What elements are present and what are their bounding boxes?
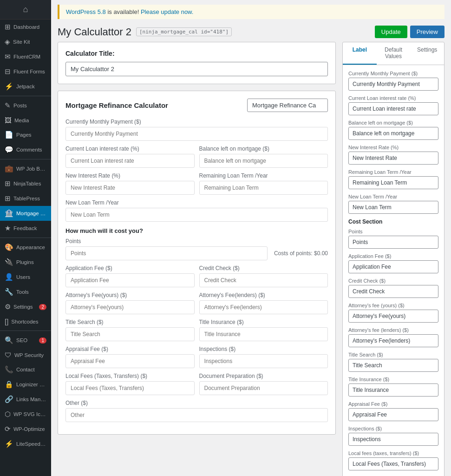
remaining-loan-term-input[interactable] xyxy=(199,181,328,195)
sidebar-item-plugins[interactable]: 🔌Plugins xyxy=(0,255,51,270)
loginizer-icon: 🔒 xyxy=(5,380,13,389)
sidebar-item-site-kit[interactable]: ◈Site Kit xyxy=(0,34,51,49)
site-kit-icon: ◈ xyxy=(5,38,10,46)
sidebar-item-seo[interactable]: 🔍SEO1 xyxy=(0,333,51,348)
right-field-attorney-fee-yours: Attorney's fee (yours) ($) xyxy=(348,303,438,323)
sidebar-item-appearance[interactable]: 🎨Appearance xyxy=(0,240,51,255)
currently-monthly-payment-input[interactable] xyxy=(65,127,328,141)
inspections-input[interactable] xyxy=(199,354,328,368)
attorney-fee-yours-label: Attorney's Fee(yours) ($) xyxy=(65,292,195,298)
title-search-input[interactable] xyxy=(65,327,195,341)
appraisal-fee-input[interactable] xyxy=(65,354,195,368)
balance-left-input[interactable] xyxy=(199,154,328,168)
right-panel: Label Default Values Settings Currently … xyxy=(342,42,444,476)
sidebar-item-shortcodes[interactable]: []Shortcodes xyxy=(0,314,51,329)
right-input-new-interest-rate[interactable] xyxy=(348,152,438,165)
right-field-currently-monthly-payment: Currently Monthly Payment ($) xyxy=(348,71,438,91)
new-interest-rate-input[interactable] xyxy=(65,181,195,195)
row-title-search-insurance: Title Search ($) Title Insurance ($) xyxy=(65,319,328,341)
right-input-inspections[interactable] xyxy=(348,433,438,446)
tab-settings[interactable]: Settings xyxy=(410,42,444,65)
right-input-title-insurance[interactable] xyxy=(348,383,438,397)
right-input-appraisal-fee[interactable] xyxy=(348,408,438,421)
shortcode-badge: [ninja_mortgage_cal id="418"] xyxy=(136,27,232,36)
update-button[interactable]: Update xyxy=(375,26,407,38)
right-input-points[interactable] xyxy=(348,236,438,249)
right-input-local-fees[interactable] xyxy=(348,457,438,470)
right-input-attorney-fee-lenders[interactable] xyxy=(348,334,438,347)
wp-job-board-icon: 💼 xyxy=(5,165,13,173)
preview-button[interactable]: Preview xyxy=(410,26,444,38)
calculator-builder-card: Mortgage Refinance Calculator Mortgage R… xyxy=(58,91,336,435)
header-buttons: Update Preview xyxy=(375,26,444,38)
sidebar-item-settings[interactable]: ⚙Settings2 xyxy=(0,299,51,314)
sidebar-item-mortgage-calc[interactable]: 🏦Mortgage Calc xyxy=(0,206,51,221)
costs-of-points: Costs of points: $0.00 xyxy=(274,242,328,257)
right-field-new-loan-term: New Loan Term /Year xyxy=(348,194,438,214)
sidebar-item-litespeed[interactable]: ⚡LiteSpeed Cache xyxy=(0,436,51,451)
col-current-loan-interest: Current Loan interest rate (%) xyxy=(65,145,195,168)
col-attorney-fee-yours: Attorney's Fee(yours) ($) xyxy=(65,292,195,314)
right-input-remaining-loan-term[interactable] xyxy=(348,176,438,189)
sidebar-item-tablepress[interactable]: ⊞TablePress xyxy=(0,191,51,206)
application-fee-input[interactable] xyxy=(65,273,195,287)
right-input-balance-left[interactable] xyxy=(348,127,438,140)
sidebar-item-wp-job-board[interactable]: 💼WP Job Board xyxy=(0,161,51,176)
local-fees-input[interactable] xyxy=(65,381,195,395)
jetpack-icon: ⚡ xyxy=(5,82,13,91)
sidebar-item-feedback[interactable]: ★Feedback xyxy=(0,221,51,236)
current-loan-interest-label: Current Loan interest rate (%) xyxy=(65,145,195,152)
sidebar-item-posts[interactable]: ✎Posts xyxy=(0,98,51,113)
attorney-fee-lenders-input[interactable] xyxy=(199,300,328,314)
sidebar-item-dashboard[interactable]: ⊞Dashboard xyxy=(0,20,51,34)
sidebar-item-fluentcrm[interactable]: ✉FluentCRM xyxy=(0,49,51,64)
sidebar-item-fluent-forms[interactable]: ⊟Fluent Forms xyxy=(0,64,51,79)
sidebar-item-users[interactable]: 👤Users xyxy=(0,270,51,284)
right-field-current-loan-interest: Current Loan interest rate (%) xyxy=(348,95,438,115)
sidebar-item-loginizer[interactable]: 🔒Loginizer Security xyxy=(0,377,51,392)
sidebar-item-wp-svg-icons[interactable]: ⬡WP SVG Icons xyxy=(0,407,51,422)
sidebar-item-wp-security[interactable]: 🛡WP Security xyxy=(0,348,51,362)
sidebar-item-tools[interactable]: 🔧Tools xyxy=(0,284,51,299)
document-preparation-input[interactable] xyxy=(199,381,328,395)
new-loan-term-input[interactable] xyxy=(65,208,328,222)
current-loan-interest-input[interactable] xyxy=(65,154,195,168)
calc-header: Mortgage Refinance Calculator Mortgage R… xyxy=(65,99,328,112)
calculator-title-input[interactable] xyxy=(65,62,328,76)
points-input[interactable] xyxy=(65,246,268,260)
calculator-type-dropdown[interactable]: Mortgage Refinance Ca xyxy=(247,99,328,112)
col-remaining-loan-term: Remaining Loan Term /Year xyxy=(199,172,328,195)
links-manager-icon: 🔗 xyxy=(5,395,13,403)
wordpress-version-link[interactable]: WordPress 5.8 xyxy=(66,8,106,15)
sidebar-item-jetpack[interactable]: ⚡Jetpack xyxy=(0,79,51,94)
credit-check-input[interactable] xyxy=(199,273,328,287)
sidebar-item-wp-optimize[interactable]: ⟳WP-Optimize xyxy=(0,422,51,436)
sidebar-item-contact[interactable]: 📞Contact xyxy=(0,362,51,377)
right-input-new-loan-term[interactable] xyxy=(348,201,438,214)
col-new-loan-term: New Loan Term /Year xyxy=(65,199,328,222)
litespeed-icon: ⚡ xyxy=(5,440,13,448)
right-input-credit-check[interactable] xyxy=(348,285,438,298)
tab-default-values[interactable]: Default Values xyxy=(377,42,411,65)
sidebar-item-comments[interactable]: 💬Comments xyxy=(0,142,51,157)
sidebar-item-ninjatables[interactable]: ⊞NinjaTables xyxy=(0,176,51,191)
right-input-current-loan-interest[interactable] xyxy=(348,102,438,115)
calculator-title-card: Calculator Title: xyxy=(58,42,336,84)
right-input-currently-monthly-payment[interactable] xyxy=(348,78,438,91)
attorney-fee-yours-input[interactable] xyxy=(65,300,195,314)
right-input-attorney-fee-yours[interactable] xyxy=(348,310,438,323)
sidebar-item-media[interactable]: 🖼Media xyxy=(0,113,51,127)
tab-label[interactable]: Label xyxy=(343,42,377,65)
row-appraisal-inspections: Appraisal Fee ($) Inspections ($) xyxy=(65,346,328,368)
other-input[interactable] xyxy=(65,408,328,422)
seo-badge: 1 xyxy=(39,337,46,344)
sidebar-item-pages[interactable]: 📄Pages xyxy=(0,127,51,142)
title-insurance-input[interactable] xyxy=(199,327,328,341)
sidebar-item-links-manager[interactable]: 🔗Links Manager xyxy=(0,392,51,407)
other-label: Other ($) xyxy=(65,400,328,406)
right-input-application-fee[interactable] xyxy=(348,260,438,273)
right-field-balance-left: Balance left on mortgage ($) xyxy=(348,120,438,140)
please-update-link[interactable]: Please update now. xyxy=(141,8,193,15)
right-input-title-search[interactable] xyxy=(348,359,438,372)
wp-svg-icons-icon: ⬡ xyxy=(5,410,11,418)
